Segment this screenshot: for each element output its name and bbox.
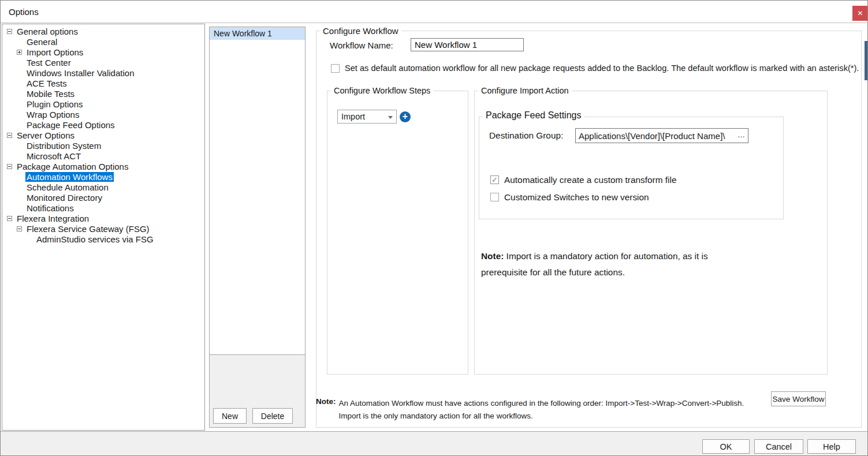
destination-group-field[interactable]: Applications\[Vendor]\[Product Name]\ … bbox=[575, 128, 748, 143]
note-lines: An Automation Workflow must have actions… bbox=[339, 397, 744, 423]
tree-item-mobile-tests[interactable]: Mobile Tests bbox=[2, 88, 204, 99]
workflow-list-panel: New Workflow 1 bbox=[209, 27, 306, 428]
import-action-legend: Configure Import Action bbox=[478, 86, 572, 95]
note-line-2: Import is the only mandatory action for … bbox=[339, 410, 744, 423]
browse-ellipsis-icon[interactable]: … bbox=[737, 130, 748, 141]
workflow-list: New Workflow 1 bbox=[210, 27, 305, 355]
close-icon[interactable]: ✕ bbox=[852, 6, 868, 21]
dialog-title: Options bbox=[9, 7, 39, 17]
tree-item-plugin-options[interactable]: Plugin Options bbox=[2, 99, 204, 109]
tree-item-automation-workflows[interactable]: Automation Workflows bbox=[2, 171, 204, 182]
workflow-name-input[interactable] bbox=[411, 38, 524, 51]
workflow-name-label: Workflow Name: bbox=[330, 40, 393, 50]
default-workflow-checkbox[interactable] bbox=[331, 64, 340, 73]
tree-item-package-automation-options[interactable]: Package Automation Options bbox=[2, 161, 204, 171]
tree-item-test-center[interactable]: Test Center bbox=[2, 57, 204, 68]
workflow-step-dropdown[interactable]: Import bbox=[337, 110, 397, 124]
add-step-icon[interactable]: + bbox=[400, 111, 411, 122]
workflow-order-note: Note: An Automation Workflow must have a… bbox=[316, 397, 766, 423]
tree-item-ace-tests[interactable]: ACE Tests bbox=[2, 78, 204, 88]
collapse-icon[interactable] bbox=[7, 133, 12, 138]
tree-item-notifications[interactable]: Notifications bbox=[2, 203, 204, 213]
scrollbar-thumb[interactable] bbox=[865, 41, 868, 80]
collapse-icon[interactable] bbox=[7, 216, 12, 221]
expand-icon[interactable] bbox=[17, 50, 22, 55]
new-workflow-button[interactable]: New bbox=[213, 408, 247, 424]
tree-item-schedule-automation[interactable]: Schedule Automation bbox=[2, 182, 204, 192]
note-bold: Note: bbox=[316, 397, 336, 423]
destination-group-value: Applications\[Vendor]\[Product Name]\ bbox=[576, 131, 737, 141]
tree-item-flexera-integration[interactable]: Flexera Integration bbox=[2, 213, 204, 223]
collapse-icon[interactable] bbox=[17, 226, 22, 231]
note-text: Import is a mandatory action for automat… bbox=[481, 251, 708, 277]
ok-button[interactable]: OK bbox=[702, 439, 750, 454]
tree-item-wrap-options[interactable]: Wrap Options bbox=[2, 109, 204, 119]
note-line-1: An Automation Workflow must have actions… bbox=[339, 397, 744, 410]
custom-switches-checkbox[interactable] bbox=[490, 193, 499, 201]
tree-item-server-options[interactable]: Server Options bbox=[2, 130, 204, 140]
tree-item-flexera-service-gateway[interactable]: Flexera Service Gateway (FSG) bbox=[2, 223, 204, 234]
default-workflow-checkbox-label: Set as default automation workflow for a… bbox=[345, 63, 859, 73]
collapse-icon[interactable] bbox=[7, 164, 12, 169]
save-workflow-button[interactable]: Save Workflow bbox=[771, 391, 826, 406]
cancel-button[interactable]: Cancel bbox=[754, 439, 803, 454]
tree-item-monitored-directory[interactable]: Monitored Directory bbox=[2, 192, 204, 203]
custom-switches-checkbox-label: Customized Switches to new version bbox=[504, 192, 649, 203]
workflow-steps-group bbox=[327, 91, 468, 375]
note-bold: Note: bbox=[481, 251, 504, 261]
auto-transform-checkbox-label: Automatically create a custom transform … bbox=[504, 175, 677, 185]
tree-item-general[interactable]: General bbox=[2, 36, 204, 47]
options-dialog: Options ✕ General options General Import… bbox=[0, 0, 868, 456]
workflow-step-dropdown-value: Import bbox=[338, 112, 387, 121]
destination-group-label: Destination Group: bbox=[489, 130, 563, 141]
import-mandatory-note: Note: Import is a mandatory action for a… bbox=[481, 248, 731, 281]
tree-item-adminstudio-services-via-fsg[interactable]: AdminStudio services via FSG bbox=[2, 234, 204, 244]
tree-item-windows-installer-validation[interactable]: Windows Installer Validation bbox=[2, 68, 204, 78]
title-bar: Options ✕ bbox=[1, 1, 868, 23]
configure-workflow-legend: Configure Workflow bbox=[320, 26, 401, 36]
options-tree: General options General Import Options T… bbox=[2, 24, 205, 431]
tree-item-microsoft-act[interactable]: Microsoft ACT bbox=[2, 151, 204, 161]
auto-transform-checkbox[interactable]: ✓ bbox=[490, 175, 499, 184]
collapse-icon[interactable] bbox=[7, 29, 12, 34]
tree-item-distribution-system[interactable]: Distribution System bbox=[2, 140, 204, 151]
tree-item-package-feed-options[interactable]: Package Feed Options bbox=[2, 119, 204, 130]
workflow-list-item-selected[interactable]: New Workflow 1 bbox=[210, 27, 305, 40]
tree-item-import-options[interactable]: Import Options bbox=[2, 47, 204, 57]
chevron-down-icon bbox=[387, 110, 396, 123]
tree-item-general-options[interactable]: General options bbox=[2, 26, 204, 36]
workflow-steps-legend: Configure Workflow Steps bbox=[331, 86, 433, 95]
help-button[interactable]: Help bbox=[807, 439, 856, 454]
delete-workflow-button[interactable]: Delete bbox=[252, 408, 293, 424]
package-feed-settings-legend: Package Feed Settings bbox=[483, 110, 584, 121]
